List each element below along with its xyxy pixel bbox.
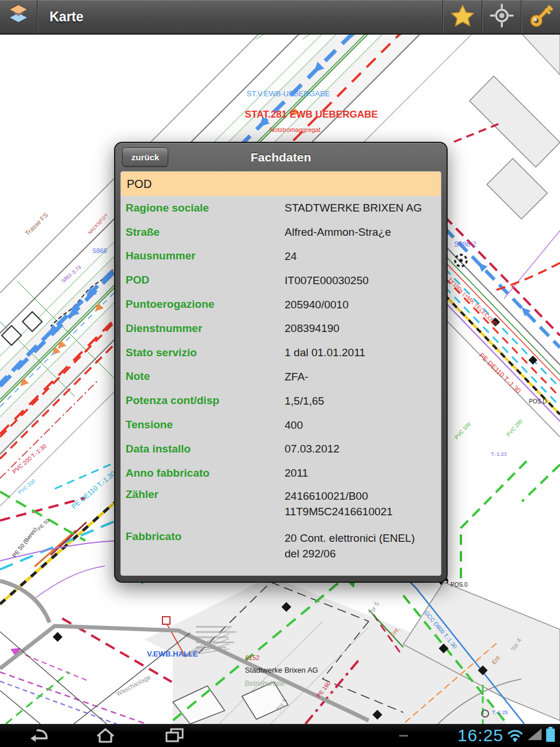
table-row[interactable]: Fabbricato 20 Cont. elettronici (ENEL) d… xyxy=(121,527,441,569)
row-value: 07.03.2012 xyxy=(285,441,441,456)
map-label: POS.0 xyxy=(451,582,467,588)
map-label: ST.V.EWB-UEBERGABE xyxy=(247,90,330,97)
notification-minus-icon[interactable] xyxy=(399,735,408,737)
row-value: 2416610021/B00 11T9M5C2416610021 xyxy=(285,488,441,519)
row-label: POD xyxy=(126,274,285,286)
table-row[interactable]: Straße Alfred-Ammon-Stra¿e xyxy=(121,220,441,244)
table-row[interactable]: Potenza cont/disp 1,5/1,65 xyxy=(121,388,441,413)
map-label: POS.D xyxy=(529,399,547,405)
map-label: T.-1:25 xyxy=(492,710,508,715)
map-label: 6152 xyxy=(245,655,259,661)
row-value: Alfred-Ammon-Stra¿e xyxy=(285,224,441,240)
back-button[interactable]: zurück xyxy=(122,148,168,167)
row-label: Hausnummer xyxy=(126,250,285,262)
row-value: IT007E00030250 xyxy=(285,273,441,288)
row-label: Puntoerogazione xyxy=(126,298,285,311)
locate-button[interactable] xyxy=(482,0,521,33)
row-label: Potenza cont/disp xyxy=(126,394,285,407)
row-label: Dienstnummer xyxy=(126,322,285,335)
row-value: ZFA- xyxy=(285,369,441,384)
row-label: Note xyxy=(126,370,285,383)
layers-icon xyxy=(7,3,30,30)
page-title: Karte xyxy=(37,0,84,33)
battery-icon xyxy=(546,727,555,744)
row-value: 1,5/1,65 xyxy=(285,393,441,409)
table-row[interactable]: Note ZFA- xyxy=(121,365,441,389)
map-label: S868 xyxy=(92,248,107,254)
row-value: 400 xyxy=(285,417,441,433)
row-label: Tensione xyxy=(126,418,285,431)
app-icon-button[interactable] xyxy=(0,0,37,33)
row-value: 24 xyxy=(285,248,441,264)
key-icon xyxy=(528,2,554,31)
recents-nav-button[interactable] xyxy=(164,727,185,746)
row-label: Anno fabbricato xyxy=(126,467,285,480)
map-label: T.-1:23 xyxy=(491,452,507,457)
back-nav-button[interactable] xyxy=(28,727,50,746)
table-row[interactable]: Anno fabbricato 2011 xyxy=(121,461,441,485)
table-row[interactable]: Ragione sociale STADTWERKE BRIXEN AG xyxy=(121,196,441,220)
star-icon xyxy=(449,3,476,31)
row-value: 208394190 xyxy=(285,320,441,336)
table-row[interactable]: Hausnummer 24 xyxy=(121,244,441,269)
row-value: 2011 xyxy=(285,465,441,481)
map-label: Stadtwerke Brixen AG xyxy=(245,666,318,674)
status-cluster[interactable]: 16:25 xyxy=(457,724,555,747)
signal-icon xyxy=(527,727,543,744)
row-label: Stato servizio xyxy=(126,346,285,359)
map-label: Notstromaggregat xyxy=(270,127,320,133)
key-button[interactable] xyxy=(521,0,560,33)
clock: 16:25 xyxy=(457,726,504,745)
row-value: 205940/0010 xyxy=(285,297,441,312)
row-label: Fabbricato xyxy=(126,530,285,543)
row-value: 20 Cont. elettronici (ENEL) del 292/06 xyxy=(285,530,441,561)
row-label: Straße xyxy=(126,226,285,239)
map-label: V.EWB.HALLE xyxy=(147,650,198,658)
table-row[interactable]: Puntoerogazione 205940/0010 xyxy=(121,292,441,316)
table-row[interactable]: Data installo 07.03.2012 xyxy=(121,437,441,461)
locate-icon xyxy=(489,3,514,31)
row-value: STADTWERKE BRIXEN AG xyxy=(285,200,441,216)
dialog-header: zurück Fachdaten xyxy=(115,143,447,171)
row-value: 1 dal 01.01.2011 xyxy=(285,345,441,360)
row-label: Zähler xyxy=(126,488,285,501)
map-label: STAT.281 EWB UEBERGABE xyxy=(245,110,378,119)
table-row[interactable]: Stato servizio 1 dal 01.01.2011 xyxy=(121,341,441,365)
home-nav-button[interactable] xyxy=(95,727,116,746)
row-label: Ragione sociale xyxy=(126,202,285,214)
map-label: S986-2 xyxy=(454,241,476,248)
section-header[interactable]: POD xyxy=(121,172,441,196)
fachdaten-dialog: zurück Fachdaten POD Ragione sociale STA… xyxy=(114,142,448,583)
map-label: Betriebshalle xyxy=(245,680,285,687)
row-label: Data installo xyxy=(126,443,285,455)
table-row[interactable]: Zähler 2416610021/B00 11T9M5C2416610021 xyxy=(121,485,441,527)
action-bar-spacer xyxy=(84,0,442,33)
recents-icon xyxy=(164,727,185,744)
table-row[interactable]: Dienstnummer 208394190 xyxy=(121,316,441,341)
system-navigation-bar: 16:25 xyxy=(0,724,560,747)
dialog-content: POD Ragione sociale STADTWERKE BRIXEN AG… xyxy=(120,171,441,576)
action-bar: Karte xyxy=(0,0,560,35)
table-row[interactable]: Tensione 400 xyxy=(121,413,441,437)
wifi-icon xyxy=(506,727,524,745)
table-row[interactable]: POD IT007E00030250 xyxy=(121,268,441,292)
home-icon xyxy=(95,727,116,744)
back-icon xyxy=(28,727,50,744)
favorites-button[interactable] xyxy=(442,0,482,33)
